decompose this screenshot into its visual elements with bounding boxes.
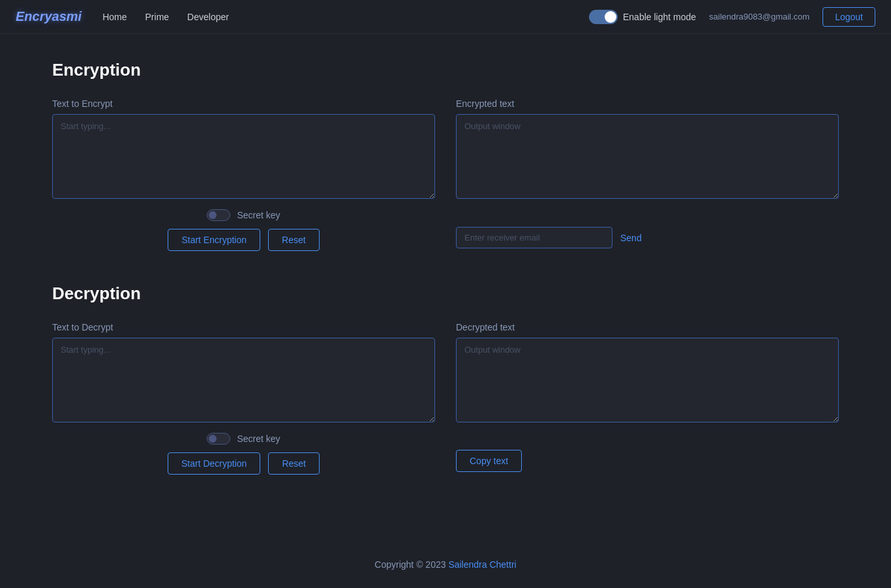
main-content: Encryption Text to Encrypt Encrypted tex…	[0, 34, 891, 546]
encryption-input-group: Text to Encrypt	[52, 98, 435, 199]
nav-links: Home Prime Developer	[102, 12, 589, 22]
encryption-btn-row: Start Encryption Reset	[168, 229, 319, 251]
decryption-secret-key-row: Secret key	[207, 433, 280, 445]
nav-developer[interactable]: Developer	[187, 12, 229, 22]
decryption-input-label: Text to Decrypt	[52, 322, 435, 332]
encryption-secret-key-label: Secret key	[237, 210, 280, 220]
encryption-secret-key-row: Secret key	[207, 209, 280, 221]
start-decryption-button[interactable]: Start Decryption	[168, 452, 260, 475]
decryption-reset-button[interactable]: Reset	[268, 452, 320, 475]
decryption-section: Decryption Text to Decrypt Decrypted tex…	[52, 284, 839, 475]
encryption-left-controls: Secret key Start Encryption Reset	[52, 209, 435, 251]
encryption-input[interactable]	[52, 114, 435, 199]
app-logo: Encryasmi	[16, 9, 82, 24]
start-encryption-button[interactable]: Start Encryption	[168, 229, 260, 251]
navbar: Encryasmi Home Prime Developer Enable li…	[0, 0, 891, 34]
toggle-thumb	[605, 11, 616, 23]
decryption-left-controls: Secret key Start Decryption Reset	[52, 433, 435, 475]
encryption-output[interactable]	[456, 114, 839, 199]
encryption-output-label: Encrypted text	[456, 98, 839, 109]
decryption-btn-row: Start Decryption Reset	[168, 452, 320, 475]
footer-text: Copyright © 2023	[374, 559, 446, 570]
footer: Copyright © 2023 Sailendra Chettri	[0, 546, 891, 583]
send-row: Send	[456, 227, 642, 248]
encryption-section: Encryption Text to Encrypt Encrypted tex…	[52, 60, 839, 251]
decryption-controls-row: Secret key Start Decryption Reset Copy t…	[52, 433, 839, 475]
user-email: sailendra9083@gmail.com	[709, 12, 809, 22]
encryption-controls-row: Secret key Start Encryption Reset Send	[52, 209, 839, 251]
logout-button[interactable]: Logout	[823, 7, 875, 27]
decryption-output-group: Decrypted text	[456, 322, 839, 422]
decryption-secret-key-toggle[interactable]	[207, 433, 230, 445]
send-link[interactable]: Send	[620, 233, 642, 243]
nav-prime[interactable]: Prime	[145, 12, 170, 22]
decryption-input[interactable]	[52, 338, 435, 422]
copy-text-button[interactable]: Copy text	[456, 450, 522, 472]
mini-toggle-thumb	[209, 211, 217, 219]
encryption-title: Encryption	[52, 60, 839, 80]
decryption-title: Decryption	[52, 284, 839, 304]
decryption-output-label: Decrypted text	[456, 322, 839, 332]
toggle-text: Enable light mode	[623, 12, 696, 22]
decryption-output[interactable]	[456, 338, 839, 422]
decryption-secret-key-label: Secret key	[237, 434, 280, 444]
decryption-fields-row: Text to Decrypt Decrypted text	[52, 322, 839, 422]
nav-right: Enable light mode sailendra9083@gmail.co…	[589, 7, 875, 27]
mini-toggle-thumb-decrypt	[209, 435, 217, 443]
encryption-fields-row: Text to Encrypt Encrypted text	[52, 98, 839, 199]
encryption-right-controls: Send	[456, 209, 839, 251]
decryption-input-group: Text to Decrypt	[52, 322, 435, 422]
decryption-right-controls: Copy text	[456, 433, 839, 475]
encryption-output-group: Encrypted text	[456, 98, 839, 199]
nav-home[interactable]: Home	[102, 12, 127, 22]
footer-link[interactable]: Sailendra Chettri	[448, 559, 516, 570]
encryption-input-label: Text to Encrypt	[52, 98, 435, 109]
encryption-secret-key-toggle[interactable]	[207, 209, 230, 221]
encryption-reset-button[interactable]: Reset	[268, 229, 320, 251]
light-mode-toggle[interactable]	[589, 10, 618, 24]
light-mode-toggle-label[interactable]: Enable light mode	[589, 10, 696, 24]
receiver-email-input[interactable]	[456, 227, 612, 248]
